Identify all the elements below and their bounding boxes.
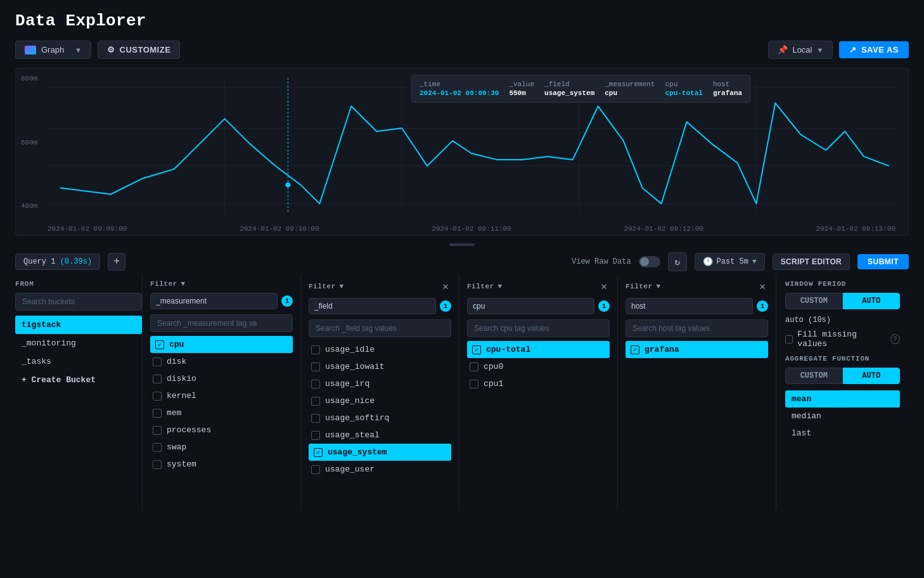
filter-item-system[interactable]: system	[150, 456, 293, 473]
submit-button[interactable]: SUBMIT	[857, 254, 909, 269]
filter-item-cpu0[interactable]: cpu0	[467, 358, 610, 375]
graph-icon	[25, 46, 36, 55]
filter-close-4[interactable]: ✕	[757, 280, 768, 293]
gear-icon: ⚙	[107, 45, 115, 55]
auto-text: auto (10s)	[785, 316, 900, 324]
toolbar-right: 📌 Local ▼ ↗ SAVE AS	[768, 41, 909, 59]
agg-toggle: CUSTOM AUTO	[785, 368, 900, 384]
filter-field-select-2[interactable]: _field	[309, 298, 436, 314]
drag-handle[interactable]	[0, 241, 924, 248]
builder-area: FROM tigstack _monitoring _tasks + Creat…	[0, 275, 924, 510]
save-icon: ↗	[849, 45, 857, 55]
view-raw-toggle[interactable]	[639, 256, 660, 267]
customize-button[interactable]: ⚙ CUSTOMIZE	[98, 41, 180, 59]
agg-item-last[interactable]: last	[785, 425, 900, 442]
filter-search-host[interactable]	[626, 319, 768, 337]
filter-item-usage-nice[interactable]: usage_nice	[309, 392, 451, 409]
bucket-list: tigstack _monitoring _tasks	[15, 316, 142, 371]
pin-icon: 📌	[778, 45, 788, 55]
agg-custom-button[interactable]: CUSTOM	[785, 368, 843, 384]
window-period-panel: WINDOW PERIOD CUSTOM AUTO auto (10s) Fil…	[776, 275, 909, 510]
filter-panel-measurement: Filter ▼ _measurement 1 cpu disk	[142, 275, 300, 510]
agg-item-mean[interactable]: mean	[785, 390, 900, 408]
timerange-button[interactable]: 🕐 Past 5m ▼	[695, 253, 765, 271]
filter-item-diskio[interactable]: diskio	[150, 370, 293, 387]
query-bar: Query 1 (0.39s) + View Raw Data ↻ 🕐 Past…	[0, 248, 924, 275]
filter-item-usage-irq[interactable]: usage_irq	[309, 375, 451, 392]
filter-field-select-1[interactable]: _measurement	[150, 293, 278, 309]
filter-item-usage-steal[interactable]: usage_steal	[309, 427, 451, 444]
from-label: FROM	[15, 280, 142, 288]
window-auto-button[interactable]: AUTO	[843, 293, 901, 309]
filter-list-field: usage_idle usage_iowait usage_irq usage_…	[309, 341, 451, 504]
agg-item-median[interactable]: median	[785, 408, 900, 425]
filter-panel-field: Filter ▼ ✕ _field 1 usage_idle us	[300, 275, 459, 510]
filter-item-cpu[interactable]: cpu	[150, 336, 293, 353]
filter-item-disk[interactable]: disk	[150, 353, 293, 370]
timerange-label: Past 5m	[717, 257, 748, 266]
filter-item-usage-iowait[interactable]: usage_iowait	[309, 358, 451, 375]
filter-badge-1: 1	[281, 295, 293, 307]
tooltip-field-key: _field	[544, 80, 594, 88]
create-bucket-button[interactable]: + Create Bucket	[15, 371, 142, 389]
bucket-item-tasks[interactable]: _tasks	[15, 352, 142, 371]
from-panel: FROM tigstack _monitoring _tasks + Creat…	[15, 275, 142, 510]
chart-tooltip: _time 2024-01-02 09:09:30 _value 550m _f…	[411, 75, 750, 103]
local-chevron-icon: ▼	[816, 46, 823, 54]
filter-item-usage-user[interactable]: usage_user	[309, 461, 451, 478]
refresh-button[interactable]: ↻	[668, 252, 687, 271]
filter-close-3[interactable]: ✕	[598, 280, 610, 293]
help-icon[interactable]: ?	[890, 334, 900, 344]
filter-panels-row: Filter ▼ _measurement 1 cpu disk	[142, 275, 776, 510]
tooltip-host-key: host	[713, 80, 742, 88]
filter-item-processes[interactable]: processes	[150, 421, 293, 439]
filter-item-swap[interactable]: swap	[150, 439, 293, 456]
query-tab[interactable]: Query 1 (0.39s)	[15, 254, 100, 270]
x-axis-labels: 2024-01-02 09:09:00 2024-01-02 09:10:00 …	[48, 225, 895, 233]
filter-item-usage-idle[interactable]: usage_idle	[309, 341, 451, 358]
filter-item-cpu-total[interactable]: cpu-total	[467, 341, 610, 358]
filter-item-usage-softirq[interactable]: usage_softirq	[309, 409, 451, 427]
window-period-label: WINDOW PERIOD	[785, 280, 900, 288]
search-buckets-input[interactable]	[15, 293, 142, 311]
tooltip-value-val: 550m	[509, 89, 534, 97]
aggregate-label: AGGREGATE FUNCTION	[785, 355, 900, 363]
saveas-label: SAVE AS	[861, 45, 899, 55]
filter-list-cpu: cpu-total cpu0 cpu1	[467, 341, 610, 504]
query-tab-label: Query 1	[23, 257, 55, 266]
fill-missing-checkbox[interactable]	[785, 335, 793, 344]
filter-item-cpu1[interactable]: cpu1	[467, 375, 610, 392]
filter-item-kernel[interactable]: kernel	[150, 387, 293, 404]
query-add-button[interactable]: +	[108, 253, 125, 271]
graph-chevron-icon: ▼	[75, 46, 82, 54]
filter-badge-4: 1	[757, 300, 768, 312]
filter-item-mem[interactable]: mem	[150, 404, 293, 421]
bucket-item-monitoring[interactable]: _monitoring	[15, 334, 142, 352]
filter-list-measurement: cpu disk diskio kernel mem	[150, 336, 293, 504]
local-button[interactable]: 📌 Local ▼	[768, 41, 833, 59]
filter-label-2: Filter	[309, 283, 336, 290]
filter-close-2[interactable]: ✕	[440, 280, 451, 293]
filter-list-host: grafana	[626, 341, 768, 504]
window-custom-button[interactable]: CUSTOM	[785, 293, 843, 309]
filter-field-select-4[interactable]: host	[626, 298, 753, 314]
filter-search-field[interactable]	[309, 319, 451, 337]
local-label: Local	[792, 45, 812, 55]
bucket-item-tigstack[interactable]: tigstack	[15, 316, 142, 334]
graph-label: Graph	[41, 45, 64, 55]
query-tab-timing: (0.39s)	[60, 257, 92, 266]
filter-field-select-3[interactable]: cpu	[467, 298, 594, 314]
fill-missing-row: Fill missing values ?	[785, 330, 900, 349]
save-as-button[interactable]: ↗ SAVE AS	[839, 41, 909, 58]
refresh-icon: ↻	[674, 257, 679, 267]
filter-search-measurement[interactable]	[150, 314, 293, 332]
graph-button[interactable]: Graph ▼	[15, 41, 91, 59]
agg-auto-button[interactable]: AUTO	[843, 368, 901, 384]
filter-panel-cpu: Filter ▼ ✕ cpu 1 cpu-total cpu0	[459, 275, 617, 510]
tooltip-time-key: _time	[420, 80, 499, 88]
filter-search-cpu[interactable]	[467, 319, 610, 337]
filter-item-usage-system[interactable]: usage_system	[309, 444, 451, 461]
filter-item-grafana[interactable]: grafana	[626, 341, 768, 358]
filter-chevron-1: ▼	[181, 280, 186, 288]
script-editor-button[interactable]: SCRIPT EDITOR	[773, 254, 850, 270]
